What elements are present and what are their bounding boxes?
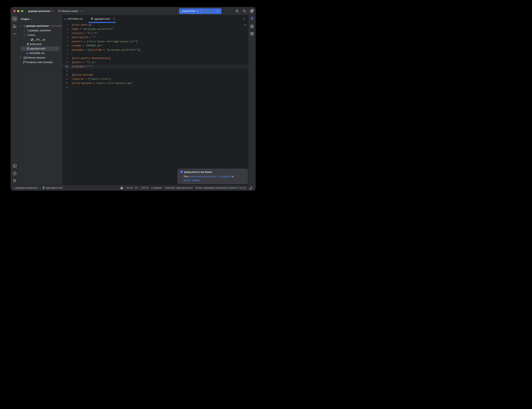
svg-text:[T]: [T] (28, 44, 30, 46)
svg-text:M: M (26, 52, 28, 54)
svg-text:[T]: [T] (28, 49, 30, 50)
svg-text:[T]: [T] (43, 188, 45, 189)
svg-text:[T]: [T] (92, 19, 93, 20)
svg-text:M: M (64, 18, 66, 20)
